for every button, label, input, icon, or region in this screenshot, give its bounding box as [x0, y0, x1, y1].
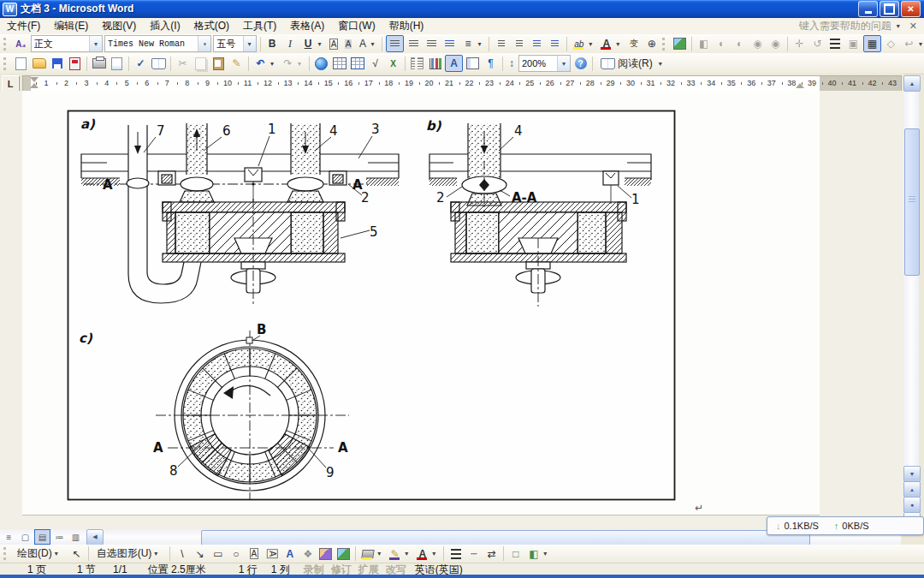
align-left-button[interactable] [386, 35, 404, 52]
first-line-indent-marker[interactable] [30, 77, 38, 82]
view-outline-button[interactable]: ≔ [52, 530, 67, 544]
insert-picture-from-file-icon[interactable] [335, 546, 352, 562]
undo-dropdown-icon[interactable]: ▾ [270, 60, 278, 68]
line-spacing-dropdown-icon[interactable]: ▾ [477, 40, 485, 48]
reading-layout-button[interactable]: 阅读(R) [596, 56, 657, 71]
vertical-text-box-icon[interactable]: A [264, 546, 280, 562]
font-color-icon[interactable]: A [414, 546, 430, 562]
shadow-style-icon[interactable]: □ [507, 546, 524, 562]
arrow-style-icon[interactable]: ⇄ [483, 546, 500, 562]
arrow-shape-icon[interactable]: ↘ [192, 546, 208, 562]
toolbar-grip[interactable] [3, 38, 9, 51]
more-contrast-button[interactable]: ◐ [714, 36, 730, 51]
threed-style-icon[interactable]: ◧ [525, 546, 542, 562]
more-brightness-button[interactable]: ◉ [749, 36, 766, 51]
underline-dropdown-icon[interactable]: ▾ [317, 40, 325, 48]
style-combobox[interactable]: 正文▾ [31, 35, 103, 52]
format-picture-button[interactable]: ◇ [883, 36, 899, 51]
highlight-button[interactable]: ab [571, 36, 587, 51]
styles-and-formatting-icon[interactable]: A₄ [13, 36, 29, 51]
paste-icon[interactable] [210, 56, 227, 71]
view-web-layout-button[interactable]: ▢ [18, 530, 33, 544]
font-color-button[interactable]: A [598, 36, 614, 51]
align-right-button[interactable] [424, 36, 440, 51]
format-painter-icon[interactable]: ✎ [228, 56, 245, 71]
diagram-icon[interactable]: ❖ [299, 546, 316, 562]
oval-shape-icon[interactable]: ○ [228, 546, 244, 562]
crop-button[interactable]: ✛ [791, 36, 808, 51]
character-scale-button[interactable]: A [356, 36, 369, 51]
font-dropdown-icon[interactable]: ▾ [198, 36, 210, 51]
style-dropdown-icon[interactable]: ▾ [89, 36, 102, 51]
line-style-button[interactable] [827, 36, 844, 51]
zoom-dropdown-icon[interactable]: ▾ [557, 56, 570, 71]
less-contrast-button[interactable]: ◐ [732, 36, 748, 51]
decrease-indent-button[interactable] [529, 36, 545, 51]
help-question-input[interactable]: 键入需要帮助的问题 [799, 19, 891, 33]
font-size-combobox[interactable]: 五号▾ [213, 35, 256, 52]
view-print-layout-button[interactable]: ▤ [34, 529, 50, 545]
technical-figure[interactable]: a) 7 6 1 4 3 A A 2 5 [67, 110, 676, 501]
underline-button[interactable]: U [299, 36, 316, 51]
research-icon[interactable] [151, 56, 167, 71]
toolbar-grip[interactable] [3, 57, 9, 70]
document-page[interactable]: a) 7 6 1 4 3 A A 2 5 [22, 91, 820, 515]
menu-table[interactable]: 表格(A) [283, 18, 331, 34]
vertical-scrollbar[interactable]: ▲ ▼ ▲ ● ▼ [903, 75, 919, 529]
document-map-icon[interactable] [465, 56, 481, 71]
print-preview-icon[interactable] [109, 56, 125, 71]
picture-color-button[interactable]: ◧ [696, 36, 712, 51]
line-style-icon[interactable] [447, 546, 464, 562]
font-color-dropdown-icon[interactable]: ▾ [432, 550, 440, 557]
toolbar-grip[interactable] [3, 547, 9, 560]
menu-edit[interactable]: 编辑(E) [47, 18, 95, 34]
browse-previous-icon[interactable]: ▲ [903, 481, 921, 498]
rectangle-shape-icon[interactable]: ▭ [210, 546, 226, 562]
new-document-icon[interactable] [13, 56, 29, 71]
standard-toolbar-options-icon[interactable]: ▾ [659, 60, 666, 68]
clip-art-icon[interactable] [317, 546, 334, 562]
menubar-close-icon[interactable]: ✕ [909, 21, 917, 32]
align-center-button[interactable] [406, 36, 422, 51]
redo-icon[interactable]: ↷ [280, 56, 296, 71]
phonetic-guide-button[interactable]: 变 [625, 36, 642, 51]
drawing-toolbar-toggle[interactable]: A [445, 55, 463, 72]
numbering-button[interactable] [493, 36, 509, 51]
print-icon[interactable] [91, 56, 107, 71]
word-app-icon[interactable]: W [3, 3, 17, 16]
help-icon[interactable]: ? [572, 56, 589, 71]
picture-toolbar-options-icon[interactable]: ▾ [919, 40, 924, 48]
minimize-button[interactable] [858, 1, 878, 17]
hanging-indent-marker[interactable] [30, 83, 38, 88]
chart-icon[interactable] [427, 56, 443, 71]
scroll-down-icon[interactable]: ▼ [903, 466, 921, 482]
fill-color-icon[interactable] [359, 546, 376, 562]
cut-icon[interactable]: ✂ [175, 56, 191, 71]
menu-help[interactable]: 帮助(H) [382, 18, 431, 34]
rotate-left-button[interactable]: ↺ [809, 36, 826, 51]
autoshapes-menu-button[interactable]: 自选图形(U) ▾ [92, 546, 167, 562]
zoom-combobox[interactable]: 200%▾ [518, 55, 571, 72]
permission-icon[interactable] [67, 56, 83, 71]
horizontal-ruler[interactable]: 1234567891011121314151617181920212223242… [22, 75, 902, 92]
wordart-icon[interactable]: A [281, 546, 298, 562]
insert-picture-icon[interactable] [672, 36, 688, 51]
tables-and-borders-icon[interactable] [331, 56, 347, 71]
spelling-grammar-icon[interactable]: ✓ [133, 56, 149, 71]
help-dropdown-icon[interactable]: ▾ [897, 22, 904, 30]
document-area[interactable]: a) 7 6 1 4 3 A A 2 5 [0, 91, 903, 529]
undo-icon[interactable]: ↶ [252, 56, 269, 71]
insert-excel-worksheet-icon[interactable]: X [385, 56, 401, 71]
picture-toolbar-grip[interactable] [662, 38, 667, 51]
formatting-marks-icon[interactable]: ¶ [483, 56, 499, 71]
bullets-button[interactable] [511, 36, 527, 51]
scroll-left-icon[interactable]: ◀ [86, 529, 104, 545]
open-icon[interactable] [31, 56, 47, 71]
size-dropdown-icon[interactable]: ▾ [243, 36, 256, 51]
columns-icon[interactable] [409, 56, 425, 71]
insert-hyperlink-icon[interactable] [313, 56, 329, 71]
menu-insert[interactable]: 插入(I) [143, 18, 187, 34]
tab-stop-selector[interactable]: L [2, 75, 19, 92]
view-reading-button[interactable]: ▥ [68, 530, 83, 544]
menu-view[interactable]: 视图(V) [95, 18, 143, 34]
